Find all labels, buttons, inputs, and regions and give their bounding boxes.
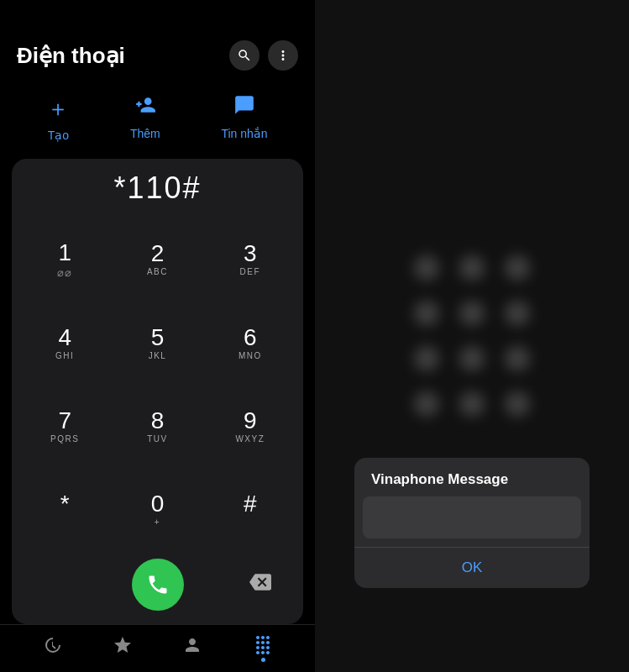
action-row: ＋ Tạo Thêm Tin nhắn: [0, 79, 315, 159]
dial-key-2[interactable]: 2 ABC: [113, 219, 202, 301]
search-icon: [237, 48, 252, 63]
clock-icon: [42, 635, 62, 655]
search-button[interactable]: [229, 40, 259, 71]
dial-key-5[interactable]: 5 JKL: [113, 304, 202, 384]
left-panel: Điện thoại ＋ Tạo Thêm: [0, 0, 315, 672]
dial-key-8[interactable]: 8 TUV: [113, 387, 202, 467]
create-action[interactable]: ＋ Tạo: [47, 94, 69, 142]
backspace-button[interactable]: [243, 564, 278, 605]
dialog-content: [363, 496, 581, 538]
create-label: Tạo: [48, 129, 69, 142]
phone-icon: [146, 573, 170, 596]
nav-recent[interactable]: [42, 635, 62, 655]
active-indicator: [261, 658, 265, 662]
dialpad-grid: 1 ⌀⌀ 2 ABC 3 DEF 4 GHI 5 JKL 6 MNO: [20, 219, 295, 550]
dial-key-6[interactable]: 6 MNO: [206, 304, 295, 384]
person-icon: [182, 635, 202, 655]
message-action[interactable]: Tin nhắn: [221, 94, 267, 142]
dial-key-hash[interactable]: #: [206, 470, 295, 550]
call-button[interactable]: [132, 559, 184, 611]
dialpad-container: *110# 1 ⌀⌀ 2 ABC 3 DEF 4 GHI 5 JKL: [12, 159, 303, 624]
dialog-ok-button[interactable]: OK: [445, 556, 500, 580]
page-title: Điện thoại: [17, 43, 125, 69]
header: Điện thoại: [0, 0, 315, 79]
dialpad-display: *110#: [20, 171, 295, 206]
header-icons: [229, 40, 298, 71]
dial-key-3[interactable]: 3 DEF: [206, 219, 295, 301]
dial-key-9[interactable]: 9 WXYZ: [206, 387, 295, 467]
backspace-icon: [249, 571, 271, 593]
dialpad-icon: [253, 635, 273, 655]
dial-key-star[interactable]: *: [20, 470, 109, 550]
add-label: Thêm: [130, 127, 160, 140]
blurred-dialpad: [414, 255, 530, 417]
vinaphone-dialog: Vinaphone Message OK: [354, 458, 590, 588]
add-person-icon: [134, 94, 156, 122]
dialog-title: Vinaphone Message: [354, 458, 590, 496]
dial-key-0[interactable]: 0 +: [113, 470, 202, 550]
right-panel: Vinaphone Message OK: [315, 0, 629, 672]
dial-key-7[interactable]: 7 PQRS: [20, 387, 109, 467]
nav-contacts[interactable]: [182, 635, 202, 655]
more-vert-icon: [275, 48, 291, 63]
dial-key-4[interactable]: 4 GHI: [20, 304, 109, 384]
nav-favorites[interactable]: [113, 635, 133, 655]
more-options-button[interactable]: [268, 40, 298, 71]
dialog-actions: OK: [354, 548, 590, 588]
dial-key-1[interactable]: 1 ⌀⌀: [20, 219, 109, 301]
message-icon: [233, 94, 255, 122]
create-icon: ＋: [47, 94, 69, 123]
add-person-action[interactable]: Thêm: [130, 94, 160, 142]
nav-dialpad[interactable]: [253, 635, 273, 655]
star-icon: [113, 635, 133, 655]
bottom-nav: [0, 624, 315, 672]
message-label: Tin nhắn: [221, 127, 267, 140]
